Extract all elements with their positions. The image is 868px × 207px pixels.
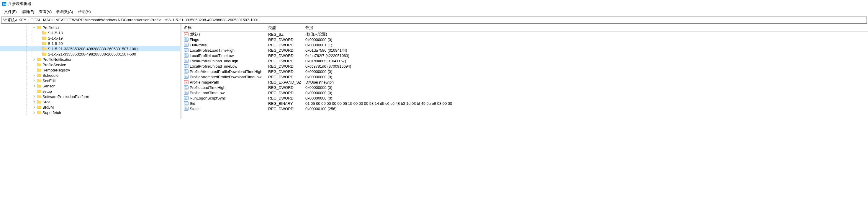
value-row[interactable]: FlagsREG_DWORD0x00000000 (0): [182, 37, 868, 42]
binary-value-icon: [184, 85, 189, 90]
tree-node[interactable]: SoftwareProtectionPlatform: [0, 94, 180, 99]
tree-label: ProfileService: [42, 63, 66, 67]
value-row[interactable]: ProfileAttemptedProfileDownloadTimeLowRE…: [182, 74, 868, 80]
chevron-right-icon[interactable]: [32, 99, 37, 104]
value-data: (数值未设置): [304, 32, 868, 37]
tree-node[interactable]: S-1-5-18: [0, 30, 180, 35]
tree-label: Sensor: [42, 84, 55, 88]
chevron-right-icon[interactable]: [32, 73, 37, 78]
registry-tree[interactable]: ProfileListS-1-5-18S-1-5-19S-1-5-20S-1-5…: [0, 24, 180, 115]
value-row[interactable]: RunLogonScriptSyncREG_DWORD0x00000000 (0…: [182, 95, 868, 101]
value-type: REG_DWORD: [267, 107, 304, 111]
folder-icon: [37, 84, 41, 88]
value-row[interactable]: LocalProfileLoadTimeLowREG_DWORD0xfba762…: [182, 53, 868, 58]
tree-node[interactable]: Schedule: [0, 72, 180, 78]
menu-file[interactable]: 文件(F): [2, 8, 19, 16]
menu-help[interactable]: 帮助(H): [75, 8, 93, 16]
chevron-right-icon[interactable]: [32, 84, 37, 88]
value-name: RunLogonScriptSync: [190, 96, 226, 100]
menu-favorites[interactable]: 收藏夹(A): [54, 8, 75, 16]
titlebar-text: 注册表编辑器: [8, 1, 31, 6]
folder-icon: [42, 41, 46, 46]
value-name: (默认): [190, 32, 200, 37]
tree-label: SRUM: [42, 105, 54, 110]
chevron-right-icon[interactable]: [32, 57, 37, 62]
folder-icon: [37, 89, 41, 94]
tree-node[interactable]: Sensor: [0, 83, 180, 89]
value-type: REG_DWORD: [267, 48, 304, 53]
tree-node[interactable]: S-1-5-19: [0, 35, 180, 41]
folder-icon: [37, 78, 41, 83]
value-row[interactable]: LocalProfileUnloadTimeHighREG_DWORD0x01d…: [182, 58, 868, 63]
tree-node[interactable]: S-1-5-20: [0, 41, 180, 46]
value-type: REG_DWORD: [267, 59, 304, 63]
value-data: 0x00000000 (0): [304, 85, 868, 90]
value-name: State: [190, 107, 198, 111]
values-list: (默认)REG_SZ(数值未设置)FlagsREG_DWORD0x0000000…: [182, 32, 868, 111]
value-row[interactable]: FullProfileREG_DWORD0x00000001 (1): [182, 42, 868, 48]
tree-node[interactable]: SPP: [0, 99, 180, 105]
tree-node[interactable]: SRUM: [0, 105, 180, 110]
value-data: 0x00000000 (0): [304, 91, 868, 95]
header-type[interactable]: 类型: [267, 24, 304, 31]
folder-icon: [37, 99, 41, 104]
address-bar[interactable]: 计算机\HKEY_LOCAL_MACHINE\SOFTWARE\Microsof…: [1, 17, 867, 24]
chevron-down-icon[interactable]: [32, 25, 37, 30]
value-row[interactable]: SidREG_BINARY01 05 00 00 00 00 00 05 15 …: [182, 101, 868, 106]
binary-value-icon: [184, 42, 189, 47]
folder-icon: [37, 105, 41, 110]
value-type: REG_DWORD: [267, 69, 304, 74]
value-name: LocalProfileLoadTimeHigh: [190, 48, 235, 53]
chevron-right-icon[interactable]: [32, 94, 37, 99]
chevron-right-icon[interactable]: [32, 110, 37, 115]
binary-value-icon: [184, 90, 189, 95]
value-data: 0x00000000 (0): [304, 75, 868, 79]
value-row[interactable]: LocalProfileLoadTimeHighREG_DWORD0x01da7…: [182, 48, 868, 53]
tree-node[interactable]: ProfileList: [0, 25, 180, 30]
value-type: REG_DWORD: [267, 64, 304, 68]
value-row[interactable]: ProfileAttemptedProfileDownloadTimeHighR…: [182, 69, 868, 74]
value-data: 0x00000100 (256): [304, 107, 868, 111]
chevron-right-icon[interactable]: [32, 105, 37, 110]
folder-icon: [37, 94, 41, 99]
value-data: D:\Users\newton: [304, 80, 868, 85]
value-type: REG_BINARY: [267, 101, 304, 106]
menu-edit[interactable]: 编辑(E): [19, 8, 37, 16]
value-row[interactable]: ProfileLoadTimeHighREG_DWORD0x00000000 (…: [182, 85, 868, 90]
value-type: REG_EXPAND_SZ: [267, 80, 304, 85]
value-row[interactable]: LocalProfileUnloadTimeLowREG_DWORD0xdc97…: [182, 63, 868, 69]
value-data: 0x00000000 (0): [304, 69, 868, 74]
value-data: 0xdc9781d6 (3700916694): [304, 64, 868, 68]
tree-node[interactable]: S-1-5-21-3335853208-498288838-2605301507…: [0, 46, 180, 51]
value-name: ProfileLoadTimeLow: [190, 91, 224, 95]
value-name: LocalProfileLoadTimeLow: [190, 54, 234, 58]
tree-node[interactable]: ProfileNotification: [0, 57, 180, 62]
value-type: REG_DWORD: [267, 96, 304, 100]
value-data: 0x00000000 (0): [304, 96, 868, 100]
titlebar: 注册表编辑器: [0, 0, 868, 8]
chevron-right-icon[interactable]: [32, 78, 37, 83]
tree-node[interactable]: SecEdit: [0, 78, 180, 83]
header-name[interactable]: 名称: [182, 24, 267, 31]
value-name: FullProfile: [190, 43, 207, 47]
tree-node[interactable]: ProfileService: [0, 62, 180, 67]
value-row[interactable]: (默认)REG_SZ(数值未设置): [182, 32, 868, 37]
menu-view[interactable]: 查看(V): [37, 8, 54, 16]
tree-label: setup: [42, 89, 52, 94]
value-row[interactable]: StateREG_DWORD0x00000100 (256): [182, 106, 868, 111]
tree-label: SPP: [42, 100, 50, 104]
folder-icon: [42, 36, 46, 40]
binary-value-icon: [184, 64, 189, 68]
values-panel: 名称 类型 数据 (默认)REG_SZ(数值未设置)FlagsREG_DWORD…: [182, 24, 868, 119]
tree-node[interactable]: Superfetch: [0, 110, 180, 115]
tree-node[interactable]: setup: [0, 89, 180, 94]
value-row[interactable]: ProfileImagePathREG_EXPAND_SZD:\Users\ne…: [182, 80, 868, 85]
tree-node[interactable]: S-1-5-21-3335853208-498288838-2605301507…: [0, 51, 180, 57]
binary-value-icon: [184, 69, 189, 74]
tree-label: S-1-5-21-3335853208-498288838-2605301507…: [48, 52, 136, 56]
tree-node[interactable]: RemoteRegistry: [0, 67, 180, 72]
header-data[interactable]: 数据: [304, 24, 868, 31]
value-row[interactable]: ProfileLoadTimeLowREG_DWORD0x00000000 (0…: [182, 90, 868, 95]
folder-icon: [37, 62, 41, 67]
binary-value-icon: [184, 48, 189, 53]
